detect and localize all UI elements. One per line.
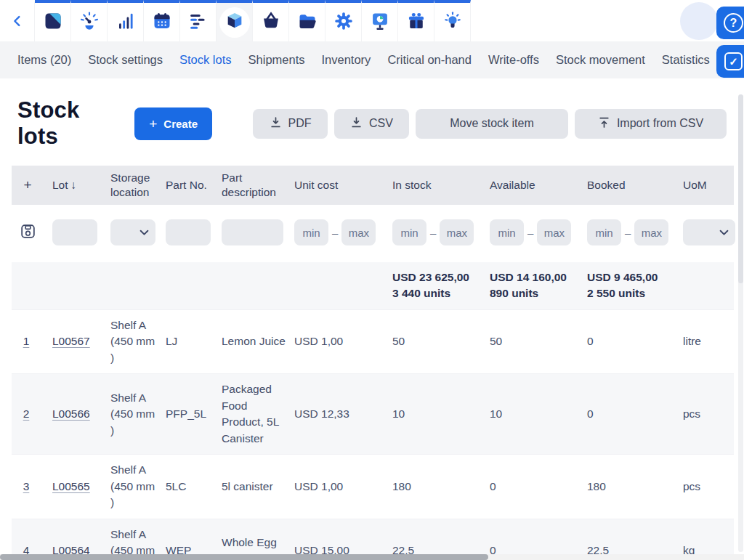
app-tile-rewards[interactable] <box>398 0 434 41</box>
totals-row: USD 23 625,00 3 440 units USD 14 160,00 … <box>12 262 734 309</box>
move-stock-item-button[interactable]: Move stock item <box>416 109 568 139</box>
export-csv-label: CSV <box>369 117 393 130</box>
page-header: Stock lots + Create PDF CSV Move stock i… <box>0 78 744 166</box>
move-stock-item-label: Move stock item <box>450 117 534 130</box>
column-header-unit-cost[interactable]: Unit cost <box>294 178 392 192</box>
column-header-in-stock[interactable]: In stock <box>392 178 490 192</box>
tab-items[interactable]: Items (20) <box>17 53 71 67</box>
cell-in-stock: 50 <box>392 326 490 357</box>
create-button-label: Create <box>163 118 198 130</box>
total-in-stock: USD 23 625,00 3 440 units <box>392 262 490 309</box>
total-booked: USD 9 465,00 2 550 units <box>587 262 683 309</box>
app-tile-logo[interactable] <box>35 0 71 41</box>
chevron-down-icon <box>140 226 149 239</box>
checklist-button[interactable]: ✓ <box>716 45 744 78</box>
filter-booked-max-input[interactable] <box>634 219 668 245</box>
column-header-part-no[interactable]: Part No. <box>166 178 222 192</box>
tab-statistics[interactable]: Statistics <box>662 53 710 67</box>
app-tile-analytics[interactable] <box>108 0 144 41</box>
tab-stock-lots[interactable]: Stock lots <box>179 53 232 67</box>
logo-icon <box>43 11 63 34</box>
cell-booked: 180 <box>587 471 683 502</box>
app-tile-calendar[interactable] <box>144 0 180 41</box>
import-from-csv-button[interactable]: Import from CSV <box>575 109 727 139</box>
filter-in-stock-range: – <box>392 219 490 245</box>
task-list-icon <box>188 11 209 34</box>
cell-available: 0 <box>490 471 587 502</box>
filter-unit-cost-min-input[interactable] <box>294 219 328 245</box>
column-header-lot[interactable]: Lot↓ <box>52 178 110 192</box>
cell-part-no: LJ <box>166 326 222 357</box>
download-icon <box>350 116 363 131</box>
column-header-storage-location[interactable]: Storage location <box>110 171 166 200</box>
tab-shipments[interactable]: Shipments <box>248 53 305 67</box>
filter-booked-min-input[interactable] <box>587 219 621 245</box>
row-number-link[interactable]: 3 <box>23 480 30 492</box>
export-pdf-button[interactable]: PDF <box>253 109 328 139</box>
cell-available: 10 <box>490 399 587 429</box>
total-available-value: USD 14 160,00 <box>490 269 578 285</box>
user-avatar[interactable] <box>680 2 718 40</box>
row-number-link[interactable]: 1 <box>23 335 30 347</box>
filter-lot-input[interactable] <box>52 219 97 245</box>
filter-unit-cost-max-input[interactable] <box>341 219 376 245</box>
app-tile-stock[interactable] <box>217 0 253 41</box>
filter-row: – – – – <box>12 205 734 260</box>
lot-link[interactable]: L00567 <box>52 335 90 347</box>
app-tile-tasks[interactable] <box>180 0 217 41</box>
column-header-booked[interactable]: Booked <box>587 178 683 192</box>
gear-icon <box>333 11 354 34</box>
tab-inventory[interactable]: Inventory <box>322 53 371 67</box>
lot-link[interactable]: L00566 <box>52 407 90 420</box>
cube-icon <box>225 11 245 34</box>
presentation-pie-icon <box>370 11 390 34</box>
table-row: 3 L00565 Shelf A (450 mm ) 5LC 5l canist… <box>12 454 734 518</box>
app-tile-dashboard[interactable] <box>71 0 108 41</box>
filter-part-no-input[interactable] <box>166 219 211 245</box>
save-filter-icon <box>19 232 37 243</box>
add-column-button[interactable]: + <box>12 176 52 195</box>
filter-available-max-input[interactable] <box>537 219 571 245</box>
app-tile-documents[interactable] <box>289 0 326 41</box>
app-tile-ideas[interactable] <box>434 0 471 41</box>
tab-stock-movement[interactable]: Stock movement <box>556 53 645 67</box>
cell-in-stock: 180 <box>392 471 490 502</box>
horizontal-scrollbar[interactable] <box>0 554 744 560</box>
plus-icon: + <box>149 117 157 131</box>
save-filter-button[interactable] <box>17 221 39 244</box>
export-csv-button[interactable]: CSV <box>334 109 409 139</box>
chevron-left-icon <box>9 13 25 32</box>
cell-in-stock: 10 <box>392 399 490 429</box>
app-tile-reports[interactable] <box>362 0 398 41</box>
export-pdf-label: PDF <box>288 117 312 130</box>
help-button[interactable]: ? <box>716 7 744 39</box>
horizontal-scrollbar-thumb[interactable] <box>0 554 488 560</box>
tab-critical-on-hand[interactable]: Critical on-hand <box>387 53 472 67</box>
import-from-csv-label: Import from CSV <box>617 117 703 130</box>
cell-unit-cost: USD 1,00 <box>294 471 392 502</box>
column-header-part-description[interactable]: Part description <box>222 171 294 200</box>
filter-part-description-input[interactable] <box>222 219 283 245</box>
tab-write-offs[interactable]: Write-offs <box>488 53 539 67</box>
create-button[interactable]: + Create <box>134 107 212 140</box>
top-app-bar <box>0 0 744 41</box>
app-tile-purchases[interactable] <box>253 0 289 41</box>
lot-link[interactable]: L00565 <box>52 480 90 492</box>
filter-available-min-input[interactable] <box>490 219 524 245</box>
total-available-units: 890 units <box>490 285 578 301</box>
row-number-link[interactable]: 2 <box>23 407 30 420</box>
filter-uom-select[interactable] <box>683 219 735 245</box>
tab-stock-settings[interactable]: Stock settings <box>88 53 163 67</box>
column-header-available[interactable]: Available <box>490 178 587 192</box>
filter-booked-range: – <box>587 219 683 245</box>
filter-in-stock-max-input[interactable] <box>440 219 474 245</box>
filter-in-stock-min-input[interactable] <box>392 219 426 245</box>
vertical-scrollbar-thumb[interactable] <box>738 94 743 283</box>
cell-available: 50 <box>490 326 587 357</box>
column-header-uom[interactable]: UoM <box>683 178 734 192</box>
collapse-sidebar-button[interactable] <box>0 0 35 41</box>
filter-storage-select[interactable] <box>110 219 155 245</box>
app-tile-settings[interactable] <box>326 0 362 41</box>
vertical-scrollbar[interactable] <box>738 94 743 552</box>
section-tabs: Items (20) Stock settings Stock lots Shi… <box>0 41 744 78</box>
